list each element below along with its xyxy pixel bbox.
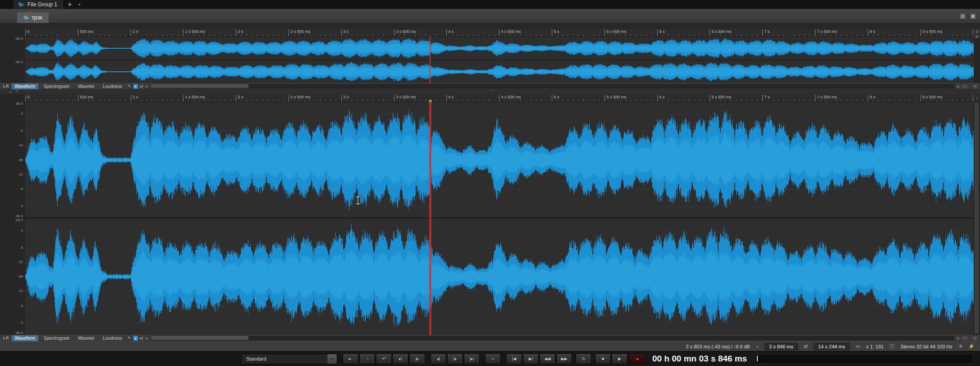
rewind-button[interactable]: ◀◀ (540, 353, 555, 364)
audio-format: Stereo 32 bit 44 100 Hz (900, 344, 953, 349)
main-tab-spectrogram[interactable]: Spectrogram (41, 335, 73, 341)
record-button[interactable]: ● (628, 353, 646, 364)
cursor-position-info: 3 s 803 ms (-43 ms) / -9.9 dB (686, 344, 750, 349)
go-to-end-button[interactable]: ▶| (523, 353, 539, 364)
overview-zoom-out-button[interactable]: − (962, 83, 968, 89)
db-label: -12 (18, 289, 23, 293)
main-hscrollbar[interactable] (151, 336, 954, 340)
main-scroll-right-button[interactable]: ▸ (957, 336, 959, 340)
preroll-button[interactable]: ↶ (376, 353, 392, 364)
time-display[interactable]: 00 h 00 mn 03 s 846 ms (652, 354, 747, 364)
overview-level-ruler: dB 0dB 0 (0, 28, 25, 83)
monitor-speaker-icon[interactable]: ▸ (133, 336, 138, 341)
add-file-group-button[interactable]: + (64, 0, 76, 9)
vertical-scrollbar-thumb[interactable] (975, 103, 979, 334)
main-zoom-in-button[interactable]: + (972, 335, 979, 341)
overview-channel-selector[interactable]: LR (3, 84, 9, 88)
overview-tab-wavelet[interactable]: Wavelet (75, 83, 97, 89)
main-waveform-view[interactable] (25, 102, 974, 335)
move-cursor-forward-button[interactable]: |▸ (447, 353, 463, 364)
go-to-start-button[interactable]: |◀ (506, 353, 522, 364)
layout-button-1[interactable]: ▤ (958, 12, 967, 20)
sparkle-icon[interactable]: ✳ (958, 343, 962, 349)
db-label: dB 0 (16, 218, 23, 222)
scrub-playback-icon[interactable]: ▸| (140, 336, 143, 340)
main-timeline-ruler[interactable] (25, 94, 974, 102)
overview-scroll-right-button[interactable]: ▸ (957, 84, 959, 88)
loop-button[interactable]: ↻ (576, 353, 591, 364)
overview-db-label: dB 0 (16, 60, 23, 64)
main-tab-loudness[interactable]: Loudness (100, 335, 125, 341)
main-channel-selector[interactable]: LR (3, 336, 9, 340)
ruler-zoom-button[interactable]: ↕ (974, 94, 980, 102)
lightning-icon[interactable]: ⚡ (968, 343, 975, 349)
overview-zoom-in-button[interactable]: + (972, 83, 979, 89)
overview-scroll-left-button[interactable]: ◂ (146, 84, 147, 88)
main-scroll-left-button[interactable]: ◂ (146, 336, 147, 340)
audio-editor-window: File Group 1 + ▾ трэк ▤ ▦ dB 0dB 0 ▴ ▾ L… (0, 0, 980, 366)
db-label: -2 (20, 204, 23, 208)
main-view-tabs: LRWaveformSpectrogramWaveletLoudness✎▸▸|… (0, 335, 980, 341)
move-cursor-back-button[interactable]: ◂| (430, 353, 446, 364)
overview-hscrollbar[interactable] (151, 84, 954, 88)
file-group-tab[interactable]: File Group 1 (14, 0, 64, 9)
vertical-scrollbar[interactable] (974, 102, 980, 335)
file-group-tab-label: File Group 1 (27, 1, 57, 8)
overview-zoom-up-icon[interactable]: ▴ (975, 29, 980, 33)
main-tab-wavelet[interactable]: Wavelet (75, 335, 97, 341)
db-label: dB 0 (16, 214, 23, 218)
edit-indicator-icon[interactable]: ✎ (128, 84, 131, 88)
info-icon[interactable]: ⓘ (889, 343, 894, 350)
transport-group-cursor: ◂||▸|▸| (430, 353, 480, 364)
timer-button[interactable]: ◔ (359, 353, 375, 364)
overview-waveform-view[interactable] (25, 37, 974, 83)
edit-indicator-icon[interactable]: ✎ (128, 336, 131, 340)
overview-tab-waveform[interactable]: Waveform (12, 83, 38, 89)
overview-playhead (430, 37, 430, 83)
db-label: dB (18, 275, 23, 278)
main-playhead (430, 102, 431, 335)
more-transport-button[interactable]: » (485, 353, 501, 364)
document-tab-bar: трэк ▤ ▦ (0, 9, 980, 23)
db-label: -12 (18, 173, 23, 176)
play-after-cursor-button[interactable]: |▸ (409, 353, 425, 364)
overview-tab-loudness[interactable]: Loudness (100, 83, 125, 89)
main-hscroll-thumb[interactable] (151, 336, 248, 340)
overview-hscroll-thumb[interactable] (151, 84, 248, 88)
workspace-layout-buttons: ▤ ▦ (958, 12, 977, 20)
play-button[interactable]: ▶ (612, 353, 627, 364)
overview-side-column: ▴ ▾ (974, 28, 980, 83)
monitor-icon: ▭ (856, 343, 860, 349)
document-tab[interactable]: трэк (17, 12, 49, 23)
divider-handle-icon[interactable]: ⋯ (490, 88, 495, 93)
edit-cursor-time[interactable]: 3 s 846 ms (765, 343, 798, 350)
play-before-cursor-button[interactable]: ▸| (393, 353, 408, 364)
pane-divider[interactable]: ⊥ ⊤ ⋯ (0, 89, 980, 94)
main-zoom-out-button[interactable]: − (962, 335, 968, 341)
scrub-playback-icon[interactable]: ▸| (140, 84, 143, 88)
main-tab-waveform[interactable]: Waveform (12, 335, 38, 341)
monitor-speaker-icon[interactable]: ▸ (133, 84, 138, 89)
layout-button-2[interactable]: ▦ (969, 12, 977, 20)
overview-timeline-ruler[interactable] (25, 28, 974, 37)
transport-preset-select[interactable]: Standard ▼ (242, 354, 337, 364)
db-label: dB 0 (16, 331, 23, 335)
stop-button[interactable]: ■ (595, 353, 611, 364)
play-selection-button[interactable]: |▸| (464, 353, 480, 364)
fast-forward-button[interactable]: ▶▶ (556, 353, 572, 364)
transport-bar: Standard ▼ ▸·◔↶▸||▸ ◂||▸|▸| » |◀▶|◀◀▶▶↻■… (0, 351, 980, 366)
transport-text-field[interactable] (754, 354, 974, 364)
text-caret (757, 356, 758, 361)
edit-cursor-icon: ≈ (756, 344, 759, 349)
overview-tab-spectrogram[interactable]: Spectrogram (41, 83, 73, 89)
combo-dropdown-icon[interactable]: ▼ (327, 354, 337, 364)
zoom-factor[interactable]: x 1: 191 (866, 344, 884, 349)
db-label: -12 (18, 144, 23, 147)
file-group-wave-icon (18, 2, 24, 7)
ruler-tool-icon-2[interactable]: ⊤ (15, 89, 18, 94)
overview-zoom-down-icon[interactable]: ▾ (975, 34, 980, 38)
ruler-tool-icon-1[interactable]: ⊥ (9, 89, 12, 94)
file-length[interactable]: 14 s 244 ms (814, 343, 850, 350)
play-marker-button[interactable]: ▸· (343, 353, 358, 364)
file-group-menu-caret-icon[interactable]: ▾ (76, 0, 83, 9)
